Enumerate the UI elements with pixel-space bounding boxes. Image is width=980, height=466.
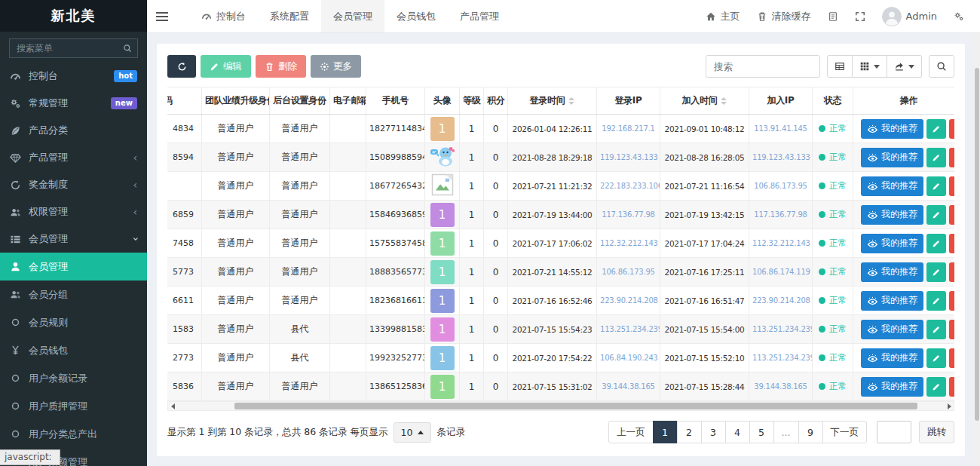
- more-button[interactable]: 更多: [311, 55, 361, 78]
- page-button-9[interactable]: 9: [798, 421, 823, 443]
- scroll-right-arrow[interactable]: [945, 402, 954, 410]
- sidebar-item-member-management[interactable]: 会员管理‹: [0, 225, 147, 253]
- cell-team-role: 普通用户: [202, 287, 270, 315]
- delete-row-button[interactable]: [949, 348, 954, 368]
- sidebar-subitem-user-balance-records[interactable]: 用户余额记录: [0, 364, 147, 392]
- delete-row-button[interactable]: [949, 291, 954, 311]
- delete-row-button[interactable]: [949, 377, 954, 397]
- prev-page-button[interactable]: 上一页: [608, 421, 654, 443]
- pagination-toggle-button[interactable]: [827, 55, 853, 78]
- chevron-down-icon: [908, 65, 914, 69]
- my-referrals-button[interactable]: 我的推荐: [861, 119, 923, 139]
- sidebar-subitem-member-management[interactable]: 会员管理: [0, 253, 147, 281]
- my-referrals-button[interactable]: 我的推荐: [861, 148, 923, 167]
- scrollbar-thumb[interactable]: [234, 403, 917, 409]
- page-button-1[interactable]: 1: [653, 421, 678, 443]
- delete-row-button[interactable]: [949, 320, 954, 339]
- window-scrollbar-thumb[interactable]: [975, 68, 979, 421]
- page-button-3[interactable]: 3: [701, 421, 726, 443]
- edit-row-button[interactable]: [926, 320, 946, 339]
- edit-row-button[interactable]: [926, 205, 946, 225]
- cell-code: 5773: [167, 258, 202, 287]
- sidebar-search-input[interactable]: [9, 38, 138, 58]
- my-referrals-button[interactable]: 我的推荐: [861, 377, 923, 397]
- sidebar-item-product-category[interactable]: 产品分类: [0, 117, 147, 144]
- sidebar-toggle-icon[interactable]: [156, 0, 179, 32]
- tab-member-wallet[interactable]: 会员钱包: [384, 0, 448, 32]
- cell-code: 1583: [167, 315, 202, 344]
- sidebar-subitem-user-category-output[interactable]: 用户分类总产出: [0, 420, 147, 448]
- table-row: 5836普通用户普通用户138651258361102021-07-15 15:…: [167, 372, 954, 401]
- edit-row-button[interactable]: [926, 291, 946, 311]
- my-referrals-button[interactable]: 我的推荐: [861, 291, 923, 311]
- column-header-status: 状态: [813, 87, 853, 115]
- edit-row-button[interactable]: [926, 148, 946, 167]
- columns-toggle-button[interactable]: [853, 55, 887, 78]
- edit-row-button[interactable]: [926, 348, 946, 368]
- language-button[interactable]: [819, 0, 847, 32]
- sidebar-subitem-member-wallet[interactable]: 会员钱包: [0, 336, 147, 364]
- delete-row-button[interactable]: [949, 262, 954, 282]
- tab-console[interactable]: 控制台: [189, 0, 258, 32]
- my-referrals-button[interactable]: 我的推荐: [861, 205, 923, 225]
- settings-button[interactable]: [945, 0, 972, 32]
- page-button-5[interactable]: 5: [749, 421, 774, 443]
- jump-button[interactable]: 跳转: [919, 421, 954, 443]
- refresh-button[interactable]: [167, 55, 196, 78]
- page-size-dropdown[interactable]: 10: [394, 422, 432, 443]
- cell-points: 0: [484, 115, 508, 143]
- cell-phone: 15755837458: [366, 229, 425, 258]
- tab-product-management[interactable]: 产品管理: [448, 0, 511, 32]
- edit-row-button[interactable]: [926, 234, 946, 253]
- page-button-4[interactable]: 4: [725, 421, 750, 443]
- user-menu[interactable]: Admin: [874, 0, 945, 32]
- search-toggle-button[interactable]: [929, 55, 954, 78]
- delete-row-button[interactable]: [949, 176, 954, 196]
- my-referrals-button[interactable]: 我的推荐: [861, 262, 923, 282]
- sidebar-subitem-user-pledge-management[interactable]: 用户质押管理: [0, 392, 147, 420]
- scroll-left-arrow[interactable]: [168, 402, 177, 410]
- sidebar-item-console[interactable]: 控制台hot: [0, 63, 147, 90]
- sidebar-item-bonus-system[interactable]: 奖金制度‹: [0, 171, 147, 198]
- table-search-input[interactable]: [706, 55, 820, 78]
- delete-row-button[interactable]: [949, 234, 954, 253]
- scrollbar-track[interactable]: [177, 402, 945, 410]
- my-referrals-button[interactable]: 我的推荐: [861, 176, 923, 196]
- edit-row-button[interactable]: [926, 176, 946, 196]
- column-header-login-time[interactable]: 登录时间: [508, 87, 597, 115]
- my-referrals-button[interactable]: 我的推荐: [861, 348, 923, 368]
- my-referrals-button[interactable]: 我的推荐: [861, 320, 923, 339]
- next-page-button[interactable]: 下一页: [822, 421, 868, 443]
- my-referrals-button[interactable]: 我的推荐: [861, 234, 923, 253]
- delete-row-button[interactable]: [949, 119, 954, 139]
- column-header-join-time[interactable]: 加入时间: [660, 87, 749, 115]
- export-button[interactable]: [887, 55, 922, 78]
- tab-system-config[interactable]: 系统配置: [258, 0, 321, 32]
- cell-level: 1: [460, 344, 484, 372]
- my-referrals-label: 我的推荐: [881, 179, 917, 192]
- edit-row-button[interactable]: [926, 377, 946, 397]
- cell-admin-role: 普通用户: [270, 115, 330, 143]
- sidebar-subitem-member-rules[interactable]: 会员规则: [0, 308, 147, 336]
- delete-button[interactable]: 删除: [256, 55, 306, 78]
- sidebar-item-general-management[interactable]: 常规管理new: [0, 90, 147, 117]
- edit-button[interactable]: 编辑: [201, 55, 251, 78]
- column-header-level: 等级: [460, 87, 484, 115]
- edit-row-button[interactable]: [926, 262, 946, 282]
- fullscreen-button[interactable]: [847, 0, 874, 32]
- sidebar-subitem-member-group[interactable]: 会员分组: [0, 281, 147, 308]
- page-button-2[interactable]: 2: [677, 421, 702, 443]
- jump-page-input[interactable]: [877, 421, 911, 443]
- delete-row-button[interactable]: [949, 205, 954, 225]
- horizontal-scrollbar[interactable]: [167, 401, 954, 411]
- clear-cache-button[interactable]: 清除缓存: [749, 0, 819, 32]
- column-header-team-upgrade-role: 团队业绩升级身份: [202, 87, 270, 115]
- edit-row-button[interactable]: [926, 119, 946, 139]
- cell-email: [330, 229, 366, 258]
- delete-row-button[interactable]: [949, 148, 954, 167]
- window-scrollbar[interactable]: [974, 33, 980, 466]
- sidebar-item-product-management[interactable]: 产品管理‹: [0, 144, 147, 171]
- sidebar-item-permission-management[interactable]: 权限管理‹: [0, 198, 147, 225]
- home-button[interactable]: 主页: [697, 0, 749, 32]
- tab-member-management[interactable]: 会员管理: [321, 0, 384, 32]
